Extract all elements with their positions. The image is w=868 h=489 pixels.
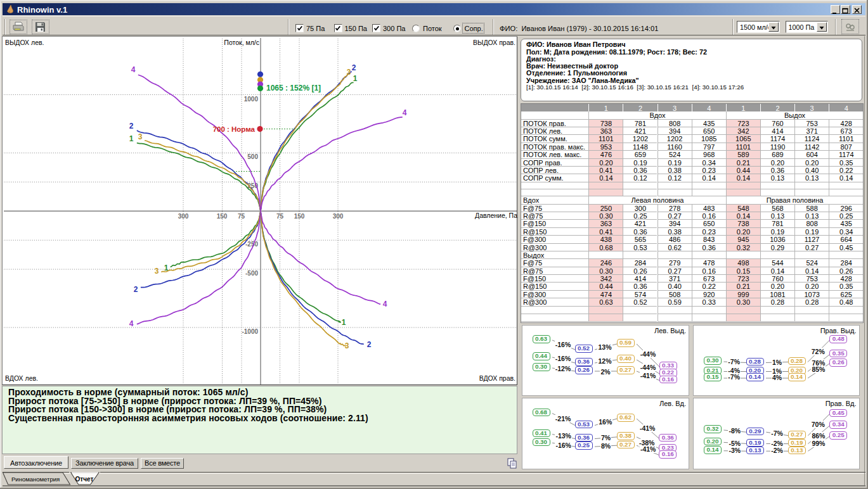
svg-text:300: 300 [333,213,344,220]
svg-text:75: 75 [238,213,245,220]
svg-text:150: 150 [294,213,305,220]
svg-text:1: 1 [342,318,346,327]
svg-text:1065 : 152% [1]: 1065 : 152% [1] [266,84,321,92]
svg-text:4: 4 [129,319,134,328]
svg-text:Поток, мл/с: Поток, мл/с [224,39,259,46]
svg-text:700 : Норма: 700 : Норма [213,125,256,133]
svg-text:ВЫДОХ прав.: ВЫДОХ прав. [473,39,515,46]
svg-text:2: 2 [129,122,134,130]
svg-text:300: 300 [178,213,189,220]
svg-text:4: 4 [403,108,407,117]
svg-text:150: 150 [217,213,228,220]
svg-text:-500: -500 [245,270,258,277]
svg-text:ВДОХ лев.: ВДОХ лев. [5,374,38,382]
svg-text:-1000: -1000 [242,328,258,335]
svg-text:75: 75 [276,213,284,220]
svg-text:Отчет: Отчет [75,476,94,483]
svg-text:2: 2 [352,63,356,72]
svg-text:3: 3 [347,68,351,77]
svg-text:Давление, Па: Давление, Па [475,212,517,219]
svg-text:4: 4 [383,300,387,308]
svg-text:3: 3 [155,267,159,276]
svg-text:-250: -250 [245,241,258,248]
svg-text:2: 2 [134,285,138,294]
svg-text:1: 1 [129,134,134,143]
svg-text:500: 500 [247,153,258,160]
svg-text:Риноманометрия: Риноманометрия [11,476,60,483]
svg-text:3: 3 [345,341,349,350]
svg-text:4: 4 [131,65,136,74]
svg-text:3: 3 [138,132,143,141]
svg-text:ВДОХ прав.: ВДОХ прав. [479,374,515,382]
svg-text:ВЫДОХ лев.: ВЫДОХ лев. [5,39,44,46]
svg-text:1000: 1000 [244,96,259,103]
svg-text:2: 2 [367,340,372,349]
svg-text:1: 1 [353,74,358,83]
